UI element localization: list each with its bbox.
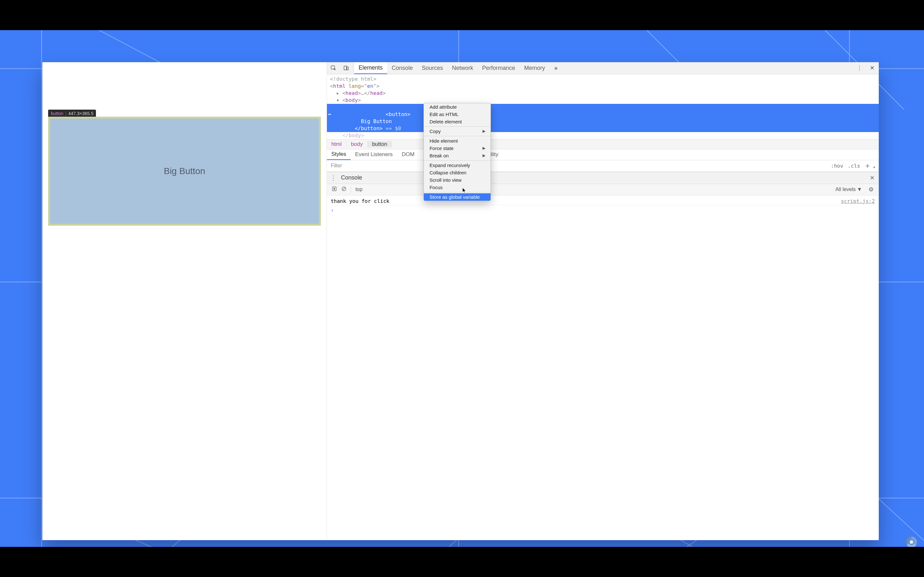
- crumb-button[interactable]: button: [368, 141, 392, 147]
- menu-edit-as-html[interactable]: Edit as HTML: [424, 111, 491, 118]
- crumb-html[interactable]: html: [327, 141, 347, 147]
- console-log-source[interactable]: script.js:2: [841, 198, 875, 204]
- page-pane: button | 447.3×365.5 Big Button: [42, 62, 326, 540]
- menu-copy[interactable]: Copy▶: [424, 127, 491, 135]
- console-toolbar: top All levels ▼ ⚙: [327, 184, 879, 195]
- menu-hide-element[interactable]: Hide element: [424, 137, 491, 145]
- stab-styles[interactable]: Styles: [327, 149, 351, 160]
- menu-store-as-global[interactable]: Store as global variable: [424, 193, 491, 201]
- close-devtools-icon[interactable]: ✕: [866, 62, 879, 74]
- tab-network[interactable]: Network: [447, 62, 478, 74]
- kebab-icon[interactable]: ⋮: [853, 62, 866, 74]
- tab-memory[interactable]: Memory: [520, 62, 549, 74]
- filter-input[interactable]: Filter: [331, 163, 342, 169]
- tab-performance[interactable]: Performance: [478, 62, 520, 74]
- console-context-select[interactable]: top: [355, 187, 363, 192]
- big-button-label: Big Button: [164, 166, 205, 176]
- console-log-row: thank you for click script.js:2: [331, 197, 875, 205]
- more-tabs-icon[interactable]: »: [549, 62, 562, 74]
- menu-collapse-children[interactable]: Collapse children: [424, 169, 491, 176]
- workspace-window: button | 447.3×365.5 Big Button: [42, 62, 879, 540]
- menu-break-on[interactable]: Break on▶: [424, 152, 491, 159]
- stab-event-listeners[interactable]: Event Listeners: [351, 149, 397, 160]
- devtools-toolbar: Elements Console Sources Network Perform…: [327, 62, 879, 74]
- blueprint-background: button | 447.3×365.5 Big Button: [0, 30, 924, 547]
- inspect-icon[interactable]: [327, 62, 340, 74]
- corner-resize-icon[interactable]: [873, 166, 875, 168]
- menu-add-attribute[interactable]: Add attribute: [424, 103, 491, 111]
- chrome-logo-icon: [906, 537, 917, 547]
- hov-toggle[interactable]: :hov: [831, 163, 843, 169]
- dom-button-text: Big Button: [361, 118, 392, 124]
- console-body[interactable]: thank you for click script.js:2 ›: [327, 195, 879, 540]
- console-levels-select[interactable]: All levels ▼: [835, 187, 862, 192]
- console-drawer-header: ⋮ Console ✕: [327, 172, 879, 184]
- add-rule-icon[interactable]: ＋: [864, 161, 871, 171]
- dom-tree[interactable]: <!doctype html> <html lang="en"> ▸ <head…: [327, 74, 879, 139]
- svg-line-14: [878, 498, 924, 540]
- submenu-arrow-icon: ▶: [483, 129, 485, 133]
- letterbox: button | 447.3×365.5 Big Button: [0, 0, 924, 577]
- menu-force-state[interactable]: Force state▶: [424, 145, 491, 152]
- submenu-arrow-icon: ▶: [483, 146, 485, 150]
- menu-scroll-into-view[interactable]: Scroll into view: [424, 176, 491, 184]
- console-kebab-icon[interactable]: ⋮: [327, 174, 340, 182]
- tab-elements[interactable]: Elements: [354, 62, 387, 74]
- dom-selected-node[interactable]: ⋯ <button>: [327, 104, 879, 118]
- cls-toggle[interactable]: .cls: [848, 163, 860, 169]
- menu-focus[interactable]: Focus: [424, 184, 491, 191]
- dom-doctype: <!doctype html>: [330, 76, 376, 82]
- tooltip-dimensions: 447.3×365.5: [68, 111, 94, 116]
- crumb-body[interactable]: body: [347, 141, 368, 147]
- tab-console[interactable]: Console: [387, 62, 417, 74]
- context-menu[interactable]: Add attribute Edit as HTML Delete elemen…: [423, 103, 491, 201]
- breadcrumb: html body button: [327, 139, 879, 149]
- inspect-tooltip: button | 447.3×365.5: [48, 110, 96, 117]
- console-drawer-title: Console: [341, 174, 362, 181]
- tooltip-tag: button: [51, 111, 63, 116]
- big-button[interactable]: Big Button: [48, 117, 320, 226]
- console-settings-icon[interactable]: ⚙: [866, 186, 876, 193]
- styles-tabs: Styles Event Listeners DOM rties Accessi…: [327, 149, 879, 160]
- console-close-icon[interactable]: ✕: [866, 174, 879, 181]
- menu-expand-recursively[interactable]: Expand recursively: [424, 161, 491, 169]
- svg-line-20: [342, 187, 345, 190]
- menu-delete-element[interactable]: Delete element: [424, 118, 491, 125]
- console-prompt[interactable]: ›: [331, 207, 875, 213]
- device-toggle-icon[interactable]: [340, 62, 352, 74]
- tab-sources[interactable]: Sources: [417, 62, 447, 74]
- styles-filter-row: Filter :hov .cls ＋: [327, 160, 879, 172]
- console-clear-icon[interactable]: [339, 186, 349, 193]
- dom-dollar-zero: == $0: [383, 125, 401, 131]
- chevron-down-icon: ▼: [857, 187, 862, 192]
- console-play-icon[interactable]: [330, 186, 339, 193]
- submenu-arrow-icon: ▶: [483, 153, 485, 158]
- console-log-text: thank you for click: [331, 198, 389, 204]
- devtools-pane: Elements Console Sources Network Perform…: [327, 62, 879, 540]
